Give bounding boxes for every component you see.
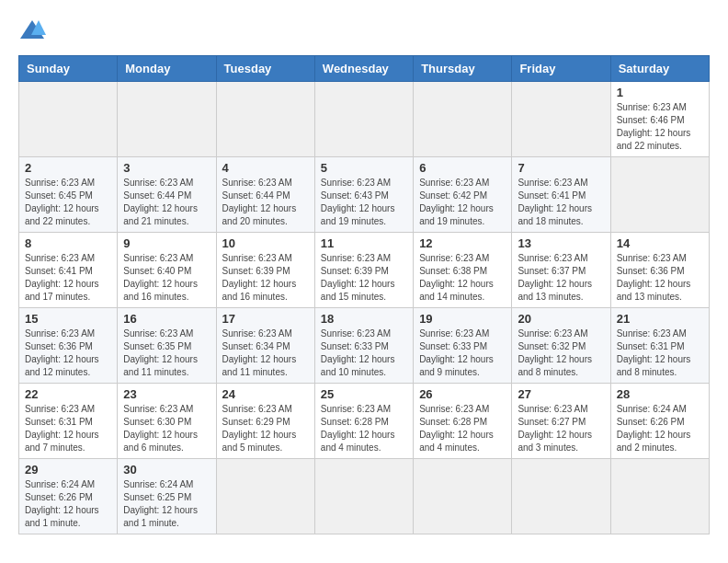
calendar-day-cell: 2Sunrise: 6:23 AMSunset: 6:45 PMDaylight… bbox=[19, 157, 118, 233]
calendar-week-row: 1Sunrise: 6:23 AMSunset: 6:46 PMDaylight… bbox=[19, 82, 710, 157]
calendar-day-cell: 10Sunrise: 6:23 AMSunset: 6:39 PMDayligh… bbox=[216, 233, 314, 308]
day-number: 11 bbox=[321, 236, 407, 250]
header bbox=[18, 18, 710, 40]
calendar-week-row: 22Sunrise: 6:23 AMSunset: 6:31 PMDayligh… bbox=[19, 384, 710, 459]
calendar-day-cell: 1Sunrise: 6:23 AMSunset: 6:46 PMDaylight… bbox=[610, 82, 709, 157]
day-number: 16 bbox=[123, 312, 210, 326]
calendar-day-cell: 27Sunrise: 6:23 AMSunset: 6:27 PMDayligh… bbox=[512, 384, 610, 459]
day-info: Sunrise: 6:23 AMSunset: 6:41 PMDaylight:… bbox=[25, 253, 99, 302]
calendar-day-cell: 26Sunrise: 6:23 AMSunset: 6:28 PMDayligh… bbox=[414, 384, 512, 459]
calendar-day-cell: 24Sunrise: 6:23 AMSunset: 6:29 PMDayligh… bbox=[216, 384, 314, 459]
day-info: Sunrise: 6:24 AMSunset: 6:26 PMDaylight:… bbox=[617, 404, 691, 453]
day-number: 1 bbox=[617, 86, 703, 99]
day-info: Sunrise: 6:23 AMSunset: 6:33 PMDaylight:… bbox=[419, 328, 494, 377]
day-info: Sunrise: 6:23 AMSunset: 6:39 PMDaylight:… bbox=[222, 253, 297, 302]
day-number: 28 bbox=[617, 387, 703, 401]
day-number: 17 bbox=[222, 312, 309, 326]
empty-cell bbox=[118, 82, 216, 157]
day-info: Sunrise: 6:23 AMSunset: 6:33 PMDaylight:… bbox=[321, 328, 395, 377]
calendar-day-cell: 23Sunrise: 6:23 AMSunset: 6:30 PMDayligh… bbox=[118, 384, 216, 459]
day-info: Sunrise: 6:23 AMSunset: 6:37 PMDaylight:… bbox=[518, 253, 592, 302]
day-info: Sunrise: 6:24 AMSunset: 6:26 PMDaylight:… bbox=[25, 479, 99, 528]
weekday-header-cell: Monday bbox=[118, 56, 216, 82]
day-info: Sunrise: 6:23 AMSunset: 6:38 PMDaylight:… bbox=[419, 253, 494, 302]
calendar-day-cell: 5Sunrise: 6:23 AMSunset: 6:43 PMDaylight… bbox=[314, 157, 413, 233]
day-info: Sunrise: 6:23 AMSunset: 6:32 PMDaylight:… bbox=[518, 328, 592, 377]
day-info: Sunrise: 6:23 AMSunset: 6:42 PMDaylight:… bbox=[419, 178, 494, 226]
day-number: 29 bbox=[25, 463, 111, 477]
calendar-day-cell: 12Sunrise: 6:23 AMSunset: 6:38 PMDayligh… bbox=[414, 233, 512, 308]
calendar-day-cell: 18Sunrise: 6:23 AMSunset: 6:33 PMDayligh… bbox=[314, 308, 413, 384]
day-info: Sunrise: 6:23 AMSunset: 6:44 PMDaylight:… bbox=[123, 178, 198, 226]
calendar-day-cell: 28Sunrise: 6:24 AMSunset: 6:26 PMDayligh… bbox=[610, 384, 709, 459]
day-number: 8 bbox=[25, 236, 111, 250]
calendar-day-cell: 14Sunrise: 6:23 AMSunset: 6:36 PMDayligh… bbox=[610, 233, 709, 308]
weekday-header-cell: Sunday bbox=[19, 56, 118, 82]
day-number: 18 bbox=[321, 312, 407, 326]
calendar-day-cell: 20Sunrise: 6:23 AMSunset: 6:32 PMDayligh… bbox=[512, 308, 610, 384]
calendar-day-cell: 22Sunrise: 6:23 AMSunset: 6:31 PMDayligh… bbox=[19, 384, 118, 459]
empty-cell bbox=[19, 82, 118, 157]
day-number: 2 bbox=[25, 161, 111, 175]
calendar-day-cell: 11Sunrise: 6:23 AMSunset: 6:39 PMDayligh… bbox=[314, 233, 413, 308]
day-info: Sunrise: 6:23 AMSunset: 6:36 PMDaylight:… bbox=[617, 253, 691, 302]
calendar-day-cell bbox=[314, 459, 413, 534]
day-number: 19 bbox=[419, 312, 506, 326]
logo bbox=[18, 18, 50, 40]
day-info: Sunrise: 6:23 AMSunset: 6:29 PMDaylight:… bbox=[222, 404, 297, 453]
empty-cell bbox=[314, 82, 413, 157]
weekday-header-cell: Friday bbox=[512, 56, 610, 82]
day-number: 27 bbox=[518, 387, 604, 401]
calendar-day-cell bbox=[414, 459, 512, 534]
calendar-week-row: 8Sunrise: 6:23 AMSunset: 6:41 PMDaylight… bbox=[19, 233, 710, 308]
calendar-week-row: 2Sunrise: 6:23 AMSunset: 6:45 PMDaylight… bbox=[19, 157, 710, 233]
day-number: 21 bbox=[617, 312, 703, 326]
day-number: 23 bbox=[123, 387, 210, 401]
day-info: Sunrise: 6:23 AMSunset: 6:41 PMDaylight:… bbox=[518, 178, 592, 226]
day-number: 13 bbox=[518, 236, 604, 250]
calendar-week-row: 29Sunrise: 6:24 AMSunset: 6:26 PMDayligh… bbox=[19, 459, 710, 534]
day-info: Sunrise: 6:23 AMSunset: 6:28 PMDaylight:… bbox=[321, 404, 395, 453]
calendar-body: 1Sunrise: 6:23 AMSunset: 6:46 PMDaylight… bbox=[19, 82, 710, 534]
calendar-day-cell: 9Sunrise: 6:23 AMSunset: 6:40 PMDaylight… bbox=[118, 233, 216, 308]
calendar-day-cell: 19Sunrise: 6:23 AMSunset: 6:33 PMDayligh… bbox=[414, 308, 512, 384]
day-number: 25 bbox=[321, 387, 407, 401]
day-info: Sunrise: 6:23 AMSunset: 6:30 PMDaylight:… bbox=[123, 404, 198, 453]
empty-cell bbox=[512, 82, 610, 157]
day-number: 14 bbox=[617, 236, 703, 250]
weekday-header-cell: Tuesday bbox=[216, 56, 314, 82]
empty-cell bbox=[216, 82, 314, 157]
calendar-table: SundayMondayTuesdayWednesdayThursdayFrid… bbox=[18, 55, 710, 534]
calendar-day-cell: 13Sunrise: 6:23 AMSunset: 6:37 PMDayligh… bbox=[512, 233, 610, 308]
logo-icon bbox=[18, 18, 46, 40]
calendar-day-cell: 8Sunrise: 6:23 AMSunset: 6:41 PMDaylight… bbox=[19, 233, 118, 308]
day-number: 9 bbox=[123, 236, 210, 250]
calendar-day-cell: 15Sunrise: 6:23 AMSunset: 6:36 PMDayligh… bbox=[19, 308, 118, 384]
day-number: 10 bbox=[222, 236, 309, 250]
day-number: 22 bbox=[25, 387, 111, 401]
day-info: Sunrise: 6:23 AMSunset: 6:40 PMDaylight:… bbox=[123, 253, 198, 302]
calendar-day-cell: 25Sunrise: 6:23 AMSunset: 6:28 PMDayligh… bbox=[314, 384, 413, 459]
day-number: 12 bbox=[419, 236, 506, 250]
calendar-day-cell bbox=[610, 459, 709, 534]
day-info: Sunrise: 6:23 AMSunset: 6:31 PMDaylight:… bbox=[617, 328, 691, 377]
day-number: 15 bbox=[25, 312, 111, 326]
day-info: Sunrise: 6:23 AMSunset: 6:36 PMDaylight:… bbox=[25, 328, 99, 377]
calendar-day-cell: 7Sunrise: 6:23 AMSunset: 6:41 PMDaylight… bbox=[512, 157, 610, 233]
day-info: Sunrise: 6:23 AMSunset: 6:46 PMDaylight:… bbox=[617, 102, 691, 151]
day-info: Sunrise: 6:23 AMSunset: 6:39 PMDaylight:… bbox=[321, 253, 395, 302]
day-info: Sunrise: 6:23 AMSunset: 6:45 PMDaylight:… bbox=[25, 178, 99, 226]
day-number: 24 bbox=[222, 387, 309, 401]
weekday-header-cell: Saturday bbox=[610, 56, 709, 82]
day-number: 7 bbox=[518, 161, 604, 175]
calendar-day-cell: 3Sunrise: 6:23 AMSunset: 6:44 PMDaylight… bbox=[118, 157, 216, 233]
weekday-header-cell: Thursday bbox=[414, 56, 512, 82]
calendar-day-cell: 16Sunrise: 6:23 AMSunset: 6:35 PMDayligh… bbox=[118, 308, 216, 384]
day-info: Sunrise: 6:23 AMSunset: 6:43 PMDaylight:… bbox=[321, 178, 395, 226]
calendar-day-cell: 21Sunrise: 6:23 AMSunset: 6:31 PMDayligh… bbox=[610, 308, 709, 384]
day-number: 30 bbox=[123, 463, 210, 477]
day-info: Sunrise: 6:23 AMSunset: 6:44 PMDaylight:… bbox=[222, 178, 297, 226]
calendar-day-cell bbox=[512, 459, 610, 534]
day-number: 6 bbox=[419, 161, 506, 175]
calendar-day-cell: 17Sunrise: 6:23 AMSunset: 6:34 PMDayligh… bbox=[216, 308, 314, 384]
